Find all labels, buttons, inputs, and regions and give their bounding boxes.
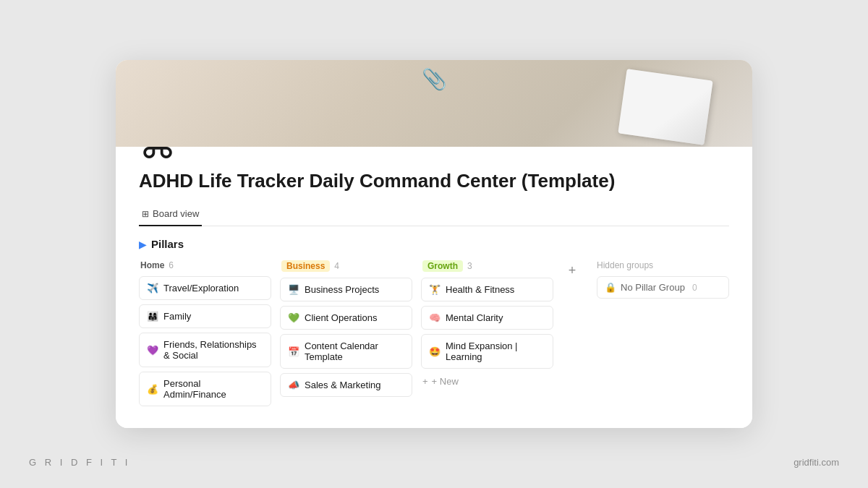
hidden-card-no-pillar[interactable]: 🔒 No Pillar Group 0	[597, 276, 729, 299]
card-travel-icon: ✈️	[147, 283, 158, 294]
card-business-projects-text: Business Projects	[305, 284, 379, 295]
section-title: Pillars	[151, 238, 184, 250]
card-sales-text: Sales & Marketing	[305, 380, 381, 390]
card-mind-expansion-icon: 🤩	[429, 346, 441, 357]
page-content: ⌘ ADHD Life Tracker Daily Command Center…	[116, 127, 752, 428]
card-business-projects-icon: 🖥️	[288, 284, 299, 295]
card-finance-icon: 💰	[147, 384, 158, 395]
hidden-groups-label: Hidden groups	[597, 260, 729, 270]
detail-text: l Detail	[663, 98, 688, 111]
card-travel-text: Travel/Exploration	[163, 283, 239, 294]
card-friends-icon: 💜	[147, 345, 158, 356]
col-count-home: 6	[169, 260, 174, 270]
add-new-label: + New	[432, 376, 459, 387]
card-friends-text: Friends, Relationships & Social	[163, 339, 263, 361]
col-label-business: Business	[281, 260, 330, 272]
card-content-calendar[interactable]: 📅 Content Calendar Template	[280, 334, 412, 369]
hidden-card-count: 0	[692, 283, 697, 293]
page-title: ADHD Life Tracker Daily Command Center (…	[139, 170, 729, 192]
card-client-ops-text: Client Operations	[305, 312, 377, 323]
card-health-text: Health & Fitness	[446, 284, 514, 295]
col-count-growth: 3	[467, 261, 472, 271]
col-header-growth: Growth 3	[421, 260, 553, 272]
card-client-ops[interactable]: 💚 Client Operations	[280, 306, 412, 330]
card-mental-clarity[interactable]: 🧠 Mental Clarity	[421, 306, 553, 330]
col-label-growth: Growth	[422, 260, 463, 272]
card-mental-clarity-text: Mental Clarity	[446, 312, 503, 323]
card-family-text: Family	[163, 311, 191, 322]
card-health-icon: 🏋️	[429, 284, 441, 295]
card-sales-icon: 📣	[288, 380, 299, 390]
card-business-projects[interactable]: 🖥️ Business Projects	[280, 278, 412, 301]
col-header-home: Home 6	[139, 260, 271, 270]
card-finance-text: Personal Admin/Finance	[163, 378, 263, 400]
card-sales[interactable]: 📣 Sales & Marketing	[280, 373, 412, 397]
hidden-card-text: No Pillar Group	[621, 282, 685, 293]
board-view-icon: ⊞	[142, 209, 149, 219]
pillars-section-header: ▶ Pillars	[139, 238, 729, 250]
column-home: Home 6 ✈️ Travel/Exploration 👨‍👩‍👧 Famil…	[139, 260, 271, 411]
hidden-card-icon: 🔒	[605, 282, 616, 293]
card-mental-clarity-icon: 🧠	[429, 312, 441, 323]
card-health[interactable]: 🏋️ Health & Fitness	[421, 278, 553, 301]
card-client-ops-icon: 💚	[288, 312, 299, 323]
add-new-icon: +	[422, 376, 428, 387]
main-window: 📎 l Detail ⌘ ADHD Life Tracker Daily Com…	[116, 60, 752, 428]
add-group-button[interactable]: +	[562, 260, 582, 281]
card-friends[interactable]: 💜 Friends, Relationships & Social	[139, 333, 271, 367]
col-label-home: Home	[140, 260, 164, 270]
card-content-calendar-text: Content Calendar Template	[305, 341, 404, 362]
add-new-growth[interactable]: + + New	[421, 373, 553, 390]
card-travel[interactable]: ✈️ Travel/Exploration	[139, 276, 271, 300]
clip-decoration: 📎	[422, 67, 447, 91]
card-family-icon: 👨‍👩‍👧	[147, 311, 158, 322]
board-view-label: Board view	[153, 208, 199, 219]
card-mind-expansion[interactable]: 🤩 Mind Expansion | Learning	[421, 334, 553, 369]
card-finance[interactable]: 💰 Personal Admin/Finance	[139, 372, 271, 406]
section-arrow-icon[interactable]: ▶	[139, 239, 147, 250]
watermark-left: G R I D F I T I	[29, 457, 130, 468]
hidden-groups-panel: Hidden groups 🔒 No Pillar Group 0	[591, 260, 729, 299]
col-count-business: 4	[334, 261, 339, 271]
board-view-tab[interactable]: ⊞ Board view	[139, 204, 202, 226]
card-family[interactable]: 👨‍👩‍👧 Family	[139, 304, 271, 328]
board-view: Home 6 ✈️ Travel/Exploration 👨‍👩‍👧 Famil…	[139, 260, 729, 411]
card-content-calendar-icon: 📅	[288, 346, 299, 357]
column-growth: Growth 3 🏋️ Health & Fitness 🧠 Mental Cl…	[421, 260, 553, 390]
card-mind-expansion-text: Mind Expansion | Learning	[446, 341, 545, 362]
watermark-right: gridfiti.com	[793, 457, 839, 468]
header-banner: 📎 l Detail	[116, 60, 752, 147]
column-business: Business 4 🖥️ Business Projects 💚 Client…	[280, 260, 412, 401]
tab-bar: ⊞ Board view	[139, 204, 729, 226]
col-header-business: Business 4	[280, 260, 412, 272]
